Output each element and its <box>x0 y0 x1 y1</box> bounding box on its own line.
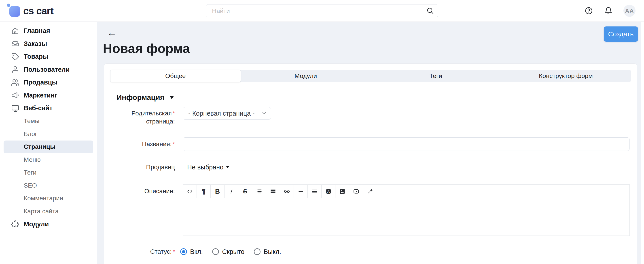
status-label: Статус:* <box>110 248 175 255</box>
required-asterisk: * <box>173 110 175 117</box>
code-button[interactable] <box>183 185 197 198</box>
table-icon <box>270 188 276 195</box>
video-icon <box>353 188 359 195</box>
sidebar-item-label: Продавцы <box>24 79 58 86</box>
puzzle-icon <box>11 220 20 229</box>
sidebar-item-label: Главная <box>24 27 50 35</box>
tabstrip: Общее Модули Теги Конструктор форм <box>110 70 631 82</box>
status-option-hidden[interactable]: Скрыто <box>212 248 244 255</box>
paragraph-button[interactable]: ¶ <box>197 185 211 198</box>
sidebar-item-vendors[interactable]: Продавцы <box>4 76 93 89</box>
bullet-list-button[interactable] <box>252 185 266 198</box>
radio-checked-icon <box>180 248 187 255</box>
scrollbar-track[interactable] <box>641 22 644 264</box>
admin-screen: cs cart AA Главная <box>0 0 644 264</box>
sidebar-item-addons[interactable]: Модули <box>4 218 93 231</box>
status-options: Вкл. Скрыто Выкл. <box>180 248 631 255</box>
sidebar-item-tags[interactable]: Теги <box>4 166 93 179</box>
logo-text: cs cart <box>23 5 54 17</box>
code-icon <box>187 188 193 195</box>
user-icon <box>11 65 20 74</box>
bullet-list-icon <box>256 188 262 195</box>
italic-button[interactable] <box>224 185 238 198</box>
sidebar-item-orders[interactable]: Заказы <box>4 37 93 50</box>
vendor-label: Продавец <box>110 163 175 171</box>
form-card: Общее Модули Теги Конструктор форм Инфор… <box>104 63 637 264</box>
sidebar-item-comments[interactable]: Комментарии <box>4 192 93 205</box>
name-input[interactable] <box>183 137 630 151</box>
strikethrough-button[interactable]: S <box>238 185 252 198</box>
home-icon <box>11 27 20 35</box>
help-icon[interactable] <box>584 7 593 15</box>
svg-text:A: A <box>327 190 330 193</box>
sidebar-item-blog[interactable]: Блог <box>4 127 93 141</box>
description-row: Описание: ¶ B S <box>110 184 631 236</box>
vendor-dropdown[interactable]: Не выбрано <box>187 162 229 173</box>
table-button[interactable] <box>266 185 280 198</box>
image-icon <box>339 188 346 195</box>
sidebar-item-products[interactable]: Товары <box>4 50 93 63</box>
description-textarea[interactable] <box>183 198 630 235</box>
video-button[interactable] <box>349 185 363 198</box>
tab-general[interactable]: Общее <box>110 70 241 82</box>
search-input[interactable] <box>212 5 422 18</box>
link-icon <box>284 188 290 195</box>
chevron-down-icon <box>170 96 174 99</box>
topbar: cs cart AA <box>0 0 644 22</box>
tab-tags[interactable]: Теги <box>371 70 501 82</box>
monitor-icon <box>11 104 20 113</box>
align-button[interactable] <box>308 185 322 198</box>
parent-page-row: Родительская* страница: - Корневая стран… <box>110 107 631 125</box>
sidebar-item-label: Веб-сайт <box>24 104 52 112</box>
description-editor: ¶ B S <box>183 184 630 236</box>
bold-icon: B <box>215 188 220 195</box>
link-button[interactable] <box>280 185 294 198</box>
name-label: Название:* <box>110 140 175 148</box>
create-button[interactable]: Создать <box>604 27 638 42</box>
back-button[interactable]: ← <box>107 27 118 38</box>
magic-wand-icon <box>367 188 373 195</box>
text-style-button[interactable]: A <box>322 185 336 198</box>
tag-icon <box>11 52 20 61</box>
parent-page-select[interactable]: - Корневая страница - <box>183 107 271 120</box>
section-title: Информация <box>116 93 164 102</box>
required-asterisk: * <box>173 141 175 148</box>
sidebar-item-pages[interactable]: Страницы <box>4 141 93 154</box>
sidebar-item-website[interactable]: Веб-сайт <box>4 102 93 115</box>
cs-cart-logo[interactable]: cs cart <box>7 3 60 19</box>
sidebar-item-label: Маркетинг <box>24 92 57 99</box>
sidebar-item-label: Пользователи <box>24 66 70 73</box>
radio-icon <box>254 248 260 255</box>
sidebar-item-themes[interactable]: Темы <box>4 115 93 128</box>
tab-addons[interactable]: Модули <box>241 70 371 82</box>
sidebar-item-users[interactable]: Пользователи <box>4 63 93 76</box>
global-search <box>206 4 438 17</box>
users-icon <box>11 78 20 87</box>
logo-dot-icon <box>7 4 10 7</box>
status-option-disabled[interactable]: Выкл. <box>254 248 281 255</box>
sidebar-item-sitemap[interactable]: Карта сайта <box>4 205 93 218</box>
sidebar-item-home[interactable]: Главная <box>4 25 93 37</box>
horizontal-rule-icon <box>298 188 304 195</box>
search-icon[interactable] <box>426 7 434 15</box>
description-label: Описание: <box>110 187 175 195</box>
sidebar-item-label: Модули <box>24 220 49 228</box>
image-button[interactable] <box>336 185 349 198</box>
section-information-header[interactable]: Информация <box>116 93 174 102</box>
magic-wand-button[interactable] <box>363 185 377 198</box>
required-asterisk: * <box>173 248 175 255</box>
italic-icon <box>228 188 234 195</box>
status-option-active[interactable]: Вкл. <box>180 248 203 255</box>
notifications-icon[interactable] <box>604 7 613 15</box>
sidebar-item-label: Заказы <box>24 40 47 48</box>
tab-form-builder[interactable]: Конструктор форм <box>501 70 631 82</box>
sidebar-item-menu[interactable]: Меню <box>4 153 93 166</box>
sidebar-item-seo[interactable]: SEO <box>4 179 93 192</box>
bold-button[interactable]: B <box>211 185 224 198</box>
radio-icon <box>212 248 219 255</box>
sidebar-item-marketing[interactable]: Маркетинг <box>4 89 93 102</box>
page-title: Новая форма <box>103 41 190 56</box>
horizontal-rule-button[interactable] <box>294 185 308 198</box>
avatar[interactable]: AA <box>624 5 636 17</box>
chevron-down-icon <box>226 166 229 168</box>
